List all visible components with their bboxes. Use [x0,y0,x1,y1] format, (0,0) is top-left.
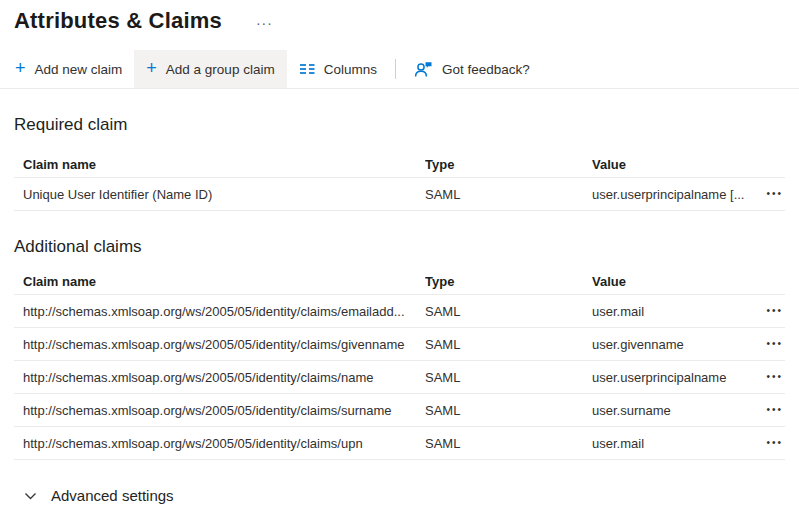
advanced-settings-label: Advanced settings [51,487,174,504]
cell-value: user.mail [592,304,755,319]
chevron-down-icon [24,492,37,501]
table-row[interactable]: http://schemas.xmlsoap.org/ws/2005/05/id… [14,361,785,394]
cell-claim-name: http://schemas.xmlsoap.org/ws/2005/05/id… [23,403,425,418]
cell-claim-name: Unique User Identifier (Name ID) [23,187,425,202]
cell-claim-name: http://schemas.xmlsoap.org/ws/2005/05/id… [23,436,425,451]
row-menu-button[interactable]: ••• [764,185,785,203]
cell-value: user.mail [592,436,755,451]
cell-claim-name: http://schemas.xmlsoap.org/ws/2005/05/id… [23,304,425,319]
add-new-claim-label: Add new claim [35,62,123,77]
row-menu-button[interactable]: ••• [764,401,785,419]
got-feedback-button[interactable]: Got feedback? [402,50,542,88]
ellipsis-icon: ••• [766,188,783,199]
cell-claim-name: http://schemas.xmlsoap.org/ws/2005/05/id… [23,370,425,385]
table-row[interactable]: Unique User Identifier (Name ID) SAML us… [14,178,785,211]
row-menu-button[interactable]: ••• [764,368,785,386]
ellipsis-icon: ••• [766,371,783,382]
table-header-row: Claim name Type Value [14,152,785,178]
column-header-type: Type [425,274,592,289]
toolbar-divider [395,59,396,79]
add-group-claim-button[interactable]: + Add a group claim [134,50,286,88]
page-header: Attributes & Claims ··· [0,0,799,34]
table-header-row: Claim name Type Value [14,269,785,295]
ellipsis-icon: ••• [766,338,783,349]
cell-type: SAML [425,436,592,451]
add-new-claim-button[interactable]: + Add new claim [3,50,134,88]
required-claim-heading: Required claim [14,115,785,135]
table-row[interactable]: http://schemas.xmlsoap.org/ws/2005/05/id… [14,295,785,328]
feedback-person-icon [414,61,433,78]
table-row[interactable]: http://schemas.xmlsoap.org/ws/2005/05/id… [14,394,785,427]
add-group-claim-label: Add a group claim [166,62,275,77]
required-claim-table: Claim name Type Value Unique User Identi… [14,152,785,211]
more-icon: ··· [256,15,273,31]
cell-value: user.userprincipalname [... [592,187,755,202]
advanced-settings-toggle[interactable]: Advanced settings [24,487,174,504]
columns-button[interactable]: Columns [287,50,389,88]
cell-type: SAML [425,304,592,319]
column-header-claim-name: Claim name [23,274,425,289]
ellipsis-icon: ••• [766,404,783,415]
cell-type: SAML [425,187,592,202]
columns-icon [299,61,315,77]
row-menu-button[interactable]: ••• [764,302,785,320]
table-row[interactable]: http://schemas.xmlsoap.org/ws/2005/05/id… [14,427,785,460]
cell-type: SAML [425,337,592,352]
row-menu-button[interactable]: ••• [764,434,785,452]
plus-icon: + [146,59,157,77]
column-header-value: Value [592,274,755,289]
title-more-button[interactable]: ··· [256,16,273,30]
cell-value: user.givenname [592,337,755,352]
cell-claim-name: http://schemas.xmlsoap.org/ws/2005/05/id… [23,337,425,352]
columns-label: Columns [324,62,377,77]
cell-value: user.userprincipalname [592,370,755,385]
cell-type: SAML [425,370,592,385]
additional-claims-table: Claim name Type Value http://schemas.xml… [14,269,785,460]
page-title: Attributes & Claims [14,8,222,34]
cell-type: SAML [425,403,592,418]
column-header-type: Type [425,157,592,172]
row-menu-button[interactable]: ••• [764,335,785,353]
plus-icon: + [15,59,26,77]
command-bar: + Add new claim + Add a group claim Colu… [0,50,799,89]
column-header-value: Value [592,157,755,172]
got-feedback-label: Got feedback? [442,62,530,77]
table-row[interactable]: http://schemas.xmlsoap.org/ws/2005/05/id… [14,328,785,361]
ellipsis-icon: ••• [766,305,783,316]
additional-claims-heading: Additional claims [14,237,785,257]
ellipsis-icon: ••• [766,437,783,448]
column-header-claim-name: Claim name [23,157,425,172]
cell-value: user.surname [592,403,755,418]
